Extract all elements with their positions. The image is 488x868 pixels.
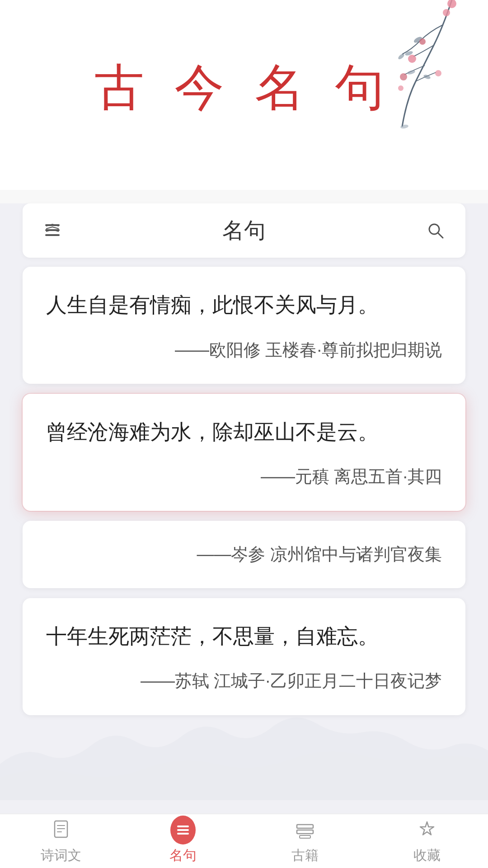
guji-icon — [292, 817, 318, 843]
favorites-icon — [414, 817, 440, 843]
svg-rect-15 — [45, 234, 60, 236]
bottom-nav: 诗词文 名句 古籍 — [0, 814, 488, 868]
svg-rect-22 — [297, 825, 313, 828]
svg-rect-21 — [177, 833, 189, 835]
quote-card-3[interactable]: ——岑参 凉州馆中与诸判官夜集 — [23, 521, 465, 588]
nav-label-mingju: 名句 — [169, 846, 197, 865]
svg-rect-19 — [177, 826, 189, 827]
quote-card-2[interactable]: 曾经沧海难为水，除却巫山不是云。 ——元稹 离思五首·其四 — [23, 394, 465, 511]
nav-label-guji: 古籍 — [291, 846, 319, 865]
quote-card-1[interactable]: 人生自是有情痴，此恨不关风与月。 ——欧阳修 玉楼春·尊前拟把归期说 — [23, 267, 465, 384]
svg-point-12 — [400, 124, 408, 129]
quote-card-4[interactable]: 十年生死两茫茫，不思量，自难忘。 ——苏轼 江城子·乙卯正月二十日夜记梦 — [23, 598, 465, 715]
svg-point-5 — [443, 9, 450, 16]
topbar-title: 名句 — [222, 216, 266, 245]
nav-item-poetry[interactable]: 诗词文 — [16, 817, 106, 865]
svg-rect-20 — [177, 829, 189, 831]
svg-point-4 — [447, 0, 456, 8]
cards-container: 人生自是有情痴，此恨不关风与月。 ——欧阳修 玉楼春·尊前拟把归期说 曾经沧海难… — [0, 258, 488, 734]
top-area: 古 今 名 句 — [0, 0, 488, 190]
nav-label-favorites: 收藏 — [413, 846, 441, 865]
svg-point-6 — [419, 38, 426, 45]
nav-item-mingju[interactable]: 名句 — [138, 817, 228, 865]
quote-text-1: 人生自是有情痴，此恨不关风与月。 — [46, 288, 442, 322]
quote-text-4: 十年生死两茫茫，不思量，自难忘。 — [46, 620, 442, 653]
svg-rect-24 — [300, 835, 310, 838]
svg-rect-23 — [297, 830, 313, 834]
top-bar: 名句 — [23, 203, 465, 258]
nav-item-favorites[interactable]: 收藏 — [382, 817, 472, 865]
quote-source-2: ——元稹 离思五首·其四 — [46, 465, 442, 489]
quote-source-1: ——欧阳修 玉楼春·尊前拟把归期说 — [46, 338, 442, 362]
nav-label-poetry: 诗词文 — [41, 846, 81, 865]
mingju-icon — [170, 817, 196, 843]
main-content: 名句 人生自是有情痴，此恨不关风与月。 ——欧阳修 玉楼春·尊前拟把归期说 曾经… — [0, 203, 488, 845]
app-title: 古 今 名 句 — [0, 54, 488, 122]
search-button[interactable] — [424, 219, 447, 242]
quote-text-2: 曾经沧海难为水，除却巫山不是云。 — [46, 415, 442, 449]
poetry-icon — [48, 817, 74, 843]
quote-source-4: ——苏轼 江城子·乙卯正月二十日夜记梦 — [46, 669, 442, 693]
layers-button[interactable] — [41, 219, 64, 242]
quote-source-3: ——岑参 凉州馆中与诸判官夜集 — [46, 542, 442, 566]
svg-line-17 — [438, 233, 443, 238]
nav-item-guji[interactable]: 古籍 — [260, 817, 350, 865]
